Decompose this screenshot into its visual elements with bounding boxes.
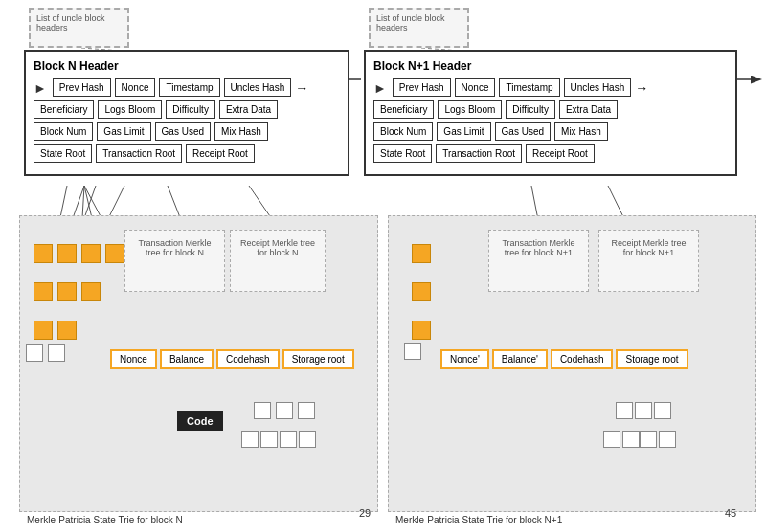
block-n1-row4: State Root Transaction Root Receipt Root <box>373 144 728 163</box>
block-n1-header-box: Block N+1 Header ► Prev Hash Nonce Times… <box>364 50 737 176</box>
trie-n-l2-3 <box>81 282 101 301</box>
trie-n-l3-1 <box>34 321 53 340</box>
storage-n-4 <box>241 431 259 448</box>
block-n1-logs-bloom: Logs Bloom <box>438 100 502 119</box>
block-n-nonce: Nonce <box>115 78 156 97</box>
account-n-codehash: Codehash <box>216 349 280 369</box>
account-n1-codehash: Codehash <box>551 349 614 369</box>
account-n-container: Nonce Balance Codehash Storage root <box>110 349 354 369</box>
storage-n1-6 <box>640 431 657 448</box>
bottom-label-n: Merkle-Patricia State Trie for block N <box>27 515 183 525</box>
trie-n1-l4-1 <box>404 343 421 360</box>
block-n1-title: Block N+1 Header <box>373 59 728 73</box>
block-n1-timestamp: Timestamp <box>499 78 559 97</box>
arrow-n1: ► <box>373 80 387 96</box>
corner-num-n: 29 <box>359 507 371 519</box>
storage-n1-2 <box>635 402 652 419</box>
storage-n1-3 <box>654 402 671 419</box>
block-n-row4: State Root Transaction Root Receipt Root <box>34 144 340 163</box>
code-label: Code <box>187 415 214 427</box>
trie-n-l2-2 <box>57 282 77 301</box>
storage-n1-7 <box>659 431 676 448</box>
block-n1-mix-hash: Mix Hash <box>554 122 608 141</box>
block-n-state-root: State Root <box>34 144 92 163</box>
receipt-merkle-n: Receipt Merkle tree for block N <box>230 230 326 292</box>
account-n-nonce: Nonce <box>110 349 157 369</box>
account-n1-balance: Balance' <box>492 349 548 369</box>
trie-n1-l3-1 <box>412 321 431 340</box>
block-n-logs-bloom: Logs Bloom <box>98 100 162 119</box>
block-n-gas-limit: Gas Limit <box>97 122 150 141</box>
uncle-box-n1: List of uncle block headers <box>369 8 469 48</box>
account-n-storage-root: Storage root <box>282 349 354 369</box>
block-n-row2: Beneficiary Logs Bloom Difficulty Extra … <box>34 100 340 119</box>
block-n1-uncles-hash: Uncles Hash <box>564 78 632 97</box>
trie-n-l1-3 <box>81 244 101 263</box>
block-n-mix-hash: Mix Hash <box>214 122 268 141</box>
trie-n1-l1-1 <box>412 244 431 263</box>
block-n1-block-num: Block Num <box>373 122 433 141</box>
account-n1-nonce: Nonce' <box>440 349 489 369</box>
storage-n-5 <box>260 431 278 448</box>
block-n1-row1: ► Prev Hash Nonce Timestamp Uncles Hash … <box>373 78 728 97</box>
account-n1-storage-root: Storage root <box>616 349 687 369</box>
storage-n1-1 <box>616 402 633 419</box>
tx-merkle-n: Transaction Merkle tree for block N <box>124 230 225 292</box>
receipt-merkle-n1: Receipt Merkle tree for block N+1 <box>598 230 699 292</box>
tx-merkle-n1: Transaction Merkle tree for block N+1 <box>488 230 589 292</box>
storage-n1-5 <box>622 431 640 448</box>
arrow-n: ► <box>34 80 47 96</box>
storage-n-3 <box>298 402 315 419</box>
block-n1-receipt-root: Receipt Root <box>526 144 595 163</box>
storage-n1-4 <box>603 431 620 448</box>
block-n-prev-hash: Prev Hash <box>53 78 111 97</box>
block-n-row1: ► Prev Hash Nonce Timestamp Uncles Hash … <box>34 78 340 97</box>
trie-n-l2-1 <box>34 282 53 301</box>
trie-n-l4-2 <box>48 344 65 362</box>
block-n1-beneficiary: Beneficiary <box>373 100 434 119</box>
block-n-beneficiary: Beneficiary <box>34 100 94 119</box>
block-n-difficulty: Difficulty <box>166 100 215 119</box>
block-n-title: Block N Header <box>34 59 340 73</box>
uncle-label-n: List of uncle block headers <box>36 13 105 33</box>
block-n1-difficulty: Difficulty <box>506 100 555 119</box>
block-n1-prev-hash: Prev Hash <box>393 78 451 97</box>
storage-n-2 <box>276 402 293 419</box>
block-n1-row3: Block Num Gas Limit Gas Used Mix Hash <box>373 122 728 141</box>
block-n-block-num: Block Num <box>34 122 93 141</box>
storage-n-1 <box>254 402 271 419</box>
uncle-box-n: List of uncle block headers <box>29 8 129 48</box>
block-n1-extra-data: Extra Data <box>559 100 618 119</box>
storage-n-7 <box>299 431 316 448</box>
account-n1-container: Nonce' Balance' Codehash Storage root <box>440 349 688 369</box>
block-n-header-box: Block N Header ► Prev Hash Nonce Timesta… <box>24 50 349 176</box>
block-n1-state-root: State Root <box>373 144 432 163</box>
block-n1-gas-limit: Gas Limit <box>437 122 490 141</box>
storage-n-6 <box>280 431 297 448</box>
block-n1-row2: Beneficiary Logs Bloom Difficulty Extra … <box>373 100 728 119</box>
trie-n-l3-2 <box>57 321 77 340</box>
block-n1-tx-root: Transaction Root <box>436 144 522 163</box>
trie-n-l4-1 <box>26 344 43 362</box>
block-n-gas-used: Gas Used <box>155 122 211 141</box>
trie-n-l1-4 <box>105 244 124 263</box>
trie-n-l1-2 <box>57 244 77 263</box>
block-n-row3: Block Num Gas Limit Gas Used Mix Hash <box>34 122 340 141</box>
block-n-receipt-root: Receipt Root <box>186 144 255 163</box>
trie-n-l1-1 <box>34 244 53 263</box>
block-n1-gas-used: Gas Used <box>495 122 551 141</box>
corner-num-n1: 45 <box>725 507 736 519</box>
block-n-tx-root: Transaction Root <box>96 144 182 163</box>
bottom-label-n1: Merkle-Patricia State Trie for block N+1 <box>395 515 562 525</box>
block-n-extra-data: Extra Data <box>219 100 278 119</box>
block-n-right-arrow: → <box>295 80 308 96</box>
account-n-balance: Balance <box>160 349 214 369</box>
uncle-label-n1: List of uncle block headers <box>376 13 445 33</box>
main-container: List of uncle block headers List of uncl… <box>0 0 766 532</box>
block-n1-right-arrow: → <box>635 80 648 96</box>
trie-n1-l2-1 <box>412 282 431 301</box>
block-n1-nonce: Nonce <box>455 78 496 97</box>
block-n-timestamp: Timestamp <box>159 78 219 97</box>
block-n-uncles-hash: Uncles Hash <box>224 78 292 97</box>
code-box: Code <box>177 411 223 431</box>
